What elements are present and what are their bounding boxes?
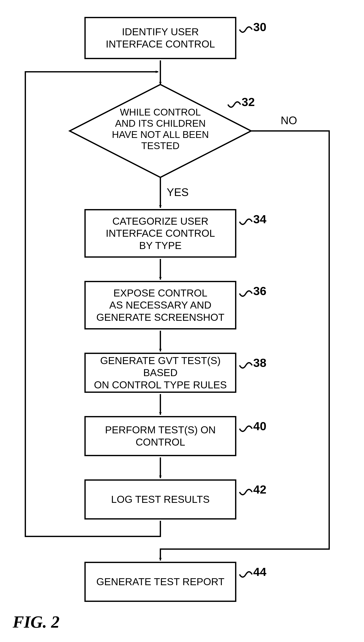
step-30-box: IDENTIFY USER INTERFACE CONTROL (84, 17, 236, 59)
step-34-box: CATEGORIZE USER INTERFACE CONTROL BY TYP… (84, 209, 236, 258)
label-no: NO (281, 114, 297, 127)
step-30-num: 30 (253, 20, 266, 34)
step-40-num: 40 (253, 419, 266, 433)
flowchart-canvas: WHILE CONTROL AND ITS CHILDREN HAVE NOT … (0, 0, 364, 642)
step-40-box: PERFORM TEST(S) ON CONTROL (84, 416, 236, 456)
step-38-num: 38 (253, 356, 266, 370)
step-42-box: LOG TEST RESULTS (84, 479, 236, 519)
step-32-decision: WHILE CONTROL AND ITS CHILDREN HAVE NOT … (106, 107, 215, 151)
step-38-box: GENERATE GVT TEST(S) BASED ON CONTROL TY… (84, 353, 236, 393)
step-36-num: 36 (253, 284, 266, 298)
figure-caption: FIG. 2 (13, 612, 60, 632)
step-34-num: 34 (253, 212, 266, 226)
step-42-num: 42 (253, 483, 266, 496)
step-44-num: 44 (253, 565, 266, 579)
step-44-box: GENERATE TEST REPORT (84, 562, 236, 602)
step-32-num: 32 (242, 95, 255, 109)
label-yes: YES (167, 186, 189, 198)
step-36-box: EXPOSE CONTROL AS NECESSARY AND GENERATE… (84, 281, 236, 330)
